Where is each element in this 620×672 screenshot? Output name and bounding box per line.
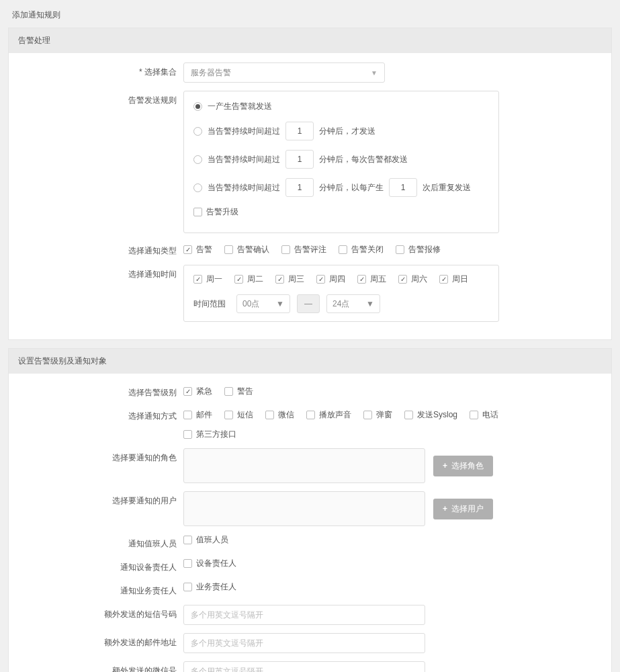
- label-select-set: * 选择集合: [11, 62, 183, 78]
- checkbox-level-warning[interactable]: [224, 387, 233, 396]
- panel-alarm-processing: 告警处理 * 选择集合 服务器告警 ▼ 告警发送规则 一产生: [8, 28, 612, 340]
- time-range-label: 时间范围: [193, 298, 226, 310]
- label-notify-method: 选择通知方式: [11, 407, 183, 422]
- select-role-button[interactable]: +选择角色: [433, 456, 493, 476]
- checkbox-day-tue[interactable]: [234, 275, 243, 284]
- checkbox-device-owner[interactable]: [183, 559, 192, 568]
- checkbox-method-wechat[interactable]: [265, 411, 274, 419]
- panel-level-targets: 设置告警级别及通知对象 选择告警级别 紧急 警告 选择通知方式 邮件 短信: [8, 348, 612, 672]
- rule4-post: 次后重复发送: [423, 182, 471, 194]
- type-confirm-label: 告警确认: [237, 244, 269, 255]
- extra-sms-input[interactable]: [183, 605, 425, 625]
- rule2-post: 分钟后，才发送: [319, 126, 375, 137]
- plus-icon: +: [443, 504, 447, 513]
- radio-rule-repeat[interactable]: [193, 183, 202, 192]
- rule2-pre: 当告警持续时间超过: [208, 126, 280, 137]
- checkbox-type-alarm[interactable]: [183, 245, 192, 254]
- checkbox-biz-owner[interactable]: [183, 583, 192, 591]
- rule4-pre: 当告警持续时间超过: [208, 182, 280, 194]
- label-alarm-level: 选择告警级别: [11, 383, 183, 398]
- rule4-mid: 分钟后，以每产生: [319, 182, 384, 194]
- checkbox-method-syslog[interactable]: [404, 411, 413, 419]
- checkbox-type-close[interactable]: [339, 245, 347, 254]
- panel-header-level: 设置告警级别及通知对象: [9, 349, 611, 374]
- checkbox-method-popup[interactable]: [363, 411, 372, 419]
- rule3-post: 分钟后，每次告警都发送: [319, 154, 408, 165]
- type-close-label: 告警关闭: [351, 244, 384, 255]
- label-notify-duty: 通知值班人员: [11, 534, 183, 550]
- checkbox-level-urgent[interactable]: [183, 387, 192, 396]
- rule3-minutes-input[interactable]: [285, 150, 314, 169]
- radio-rule-duration-each[interactable]: [193, 155, 202, 164]
- radio-rule-duration-once[interactable]: [193, 127, 202, 136]
- checkbox-type-repair[interactable]: [396, 245, 404, 254]
- label-extra-mail: 额外发送的邮件地址: [11, 633, 183, 648]
- checkbox-day-sun[interactable]: [439, 275, 448, 284]
- label-notify-time: 选择通知时间: [11, 265, 183, 280]
- rule2-minutes-input[interactable]: [285, 122, 314, 140]
- checkbox-day-sat[interactable]: [398, 275, 407, 284]
- extra-mail-input[interactable]: [183, 633, 425, 653]
- notify-time-box: 周一 周二 周三 周四 周五 周六 周日 时间范围 00点▼ — 2: [183, 265, 499, 322]
- rule3-pre: 当告警持续时间超过: [208, 154, 280, 165]
- panel-header-alarm: 告警处理: [9, 28, 611, 53]
- type-repair-label: 告警报修: [408, 244, 441, 255]
- type-alarm-label: 告警: [196, 244, 212, 255]
- checkbox-method-phone[interactable]: [470, 411, 478, 419]
- chevron-down-icon: ▼: [276, 299, 284, 308]
- rule-immediate-label: 一产生告警就发送: [208, 101, 272, 112]
- time-from-select[interactable]: 00点▼: [236, 294, 290, 313]
- checkbox-day-thu[interactable]: [316, 275, 325, 284]
- checkbox-duty-person[interactable]: [183, 536, 192, 544]
- label-extra-sms: 额外发送的短信号码: [11, 605, 183, 620]
- select-set-value: 服务器告警: [191, 67, 231, 79]
- extra-wechat-input[interactable]: [183, 661, 425, 672]
- label-extra-wechat: 额外发送的微信号: [11, 661, 183, 672]
- selected-roles-area[interactable]: [183, 448, 425, 483]
- chevron-down-icon: ▼: [366, 299, 374, 308]
- type-comment-label: 告警评注: [294, 244, 326, 255]
- time-to-select[interactable]: 24点▼: [326, 294, 380, 313]
- checkbox-day-fri[interactable]: [357, 275, 366, 284]
- label-select-role: 选择要通知的角色: [11, 448, 183, 464]
- rule4-count-input[interactable]: [389, 178, 417, 197]
- alarm-upgrade-label: 告警升级: [206, 206, 238, 218]
- label-send-rules: 告警发送规则: [11, 91, 183, 106]
- radio-rule-immediate[interactable]: [193, 102, 202, 111]
- time-range-separator: —: [297, 294, 320, 313]
- checkbox-day-wed[interactable]: [275, 275, 284, 284]
- chevron-down-icon: ▼: [371, 69, 378, 77]
- checkbox-method-mail[interactable]: [183, 411, 192, 419]
- checkbox-method-sound[interactable]: [306, 411, 315, 419]
- checkbox-type-confirm[interactable]: [224, 245, 233, 254]
- checkbox-method-sms[interactable]: [224, 411, 233, 419]
- select-set-dropdown[interactable]: 服务器告警 ▼: [183, 62, 385, 83]
- send-rules-box: 一产生告警就发送 当告警持续时间超过 分钟后，才发送 当告警持续时间超过: [183, 91, 499, 233]
- plus-icon: +: [443, 461, 447, 470]
- select-user-button[interactable]: +选择用户: [433, 499, 493, 519]
- label-select-user: 选择要通知的用户: [11, 491, 183, 507]
- page-title: 添加通知规则: [3, 3, 617, 28]
- label-notify-device-owner: 通知设备责任人: [11, 558, 183, 573]
- rule4-minutes-input[interactable]: [285, 178, 314, 197]
- checkbox-alarm-upgrade[interactable]: [193, 208, 202, 216]
- checkbox-type-comment[interactable]: [281, 245, 290, 254]
- label-notify-type: 选择通知类型: [11, 241, 183, 257]
- label-notify-biz-owner: 通知业务责任人: [11, 581, 183, 597]
- checkbox-day-mon[interactable]: [193, 275, 202, 284]
- selected-users-area[interactable]: [183, 491, 425, 526]
- checkbox-method-thirdparty[interactable]: [183, 430, 192, 439]
